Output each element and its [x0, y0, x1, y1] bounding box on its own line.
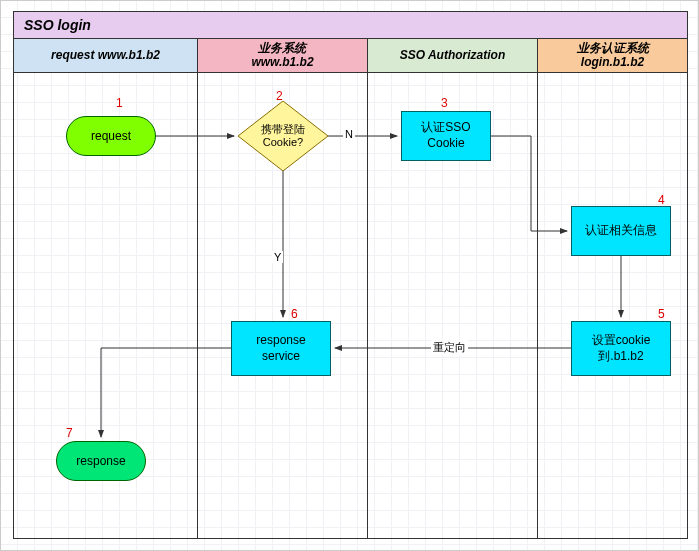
step-number: 6 — [291, 307, 298, 321]
lane-auth-system: 业务认证系统 login.b1.b2 — [538, 39, 688, 539]
lane-header: SSO Authorization — [368, 39, 537, 73]
node-response: response — [56, 441, 146, 481]
edge-label-n: N — [343, 128, 355, 140]
node-label: 携带登陆 Cookie? — [238, 101, 328, 171]
step-number: 1 — [116, 96, 123, 110]
node-auth-info: 认证相关信息 — [571, 206, 671, 256]
lane-header: 业务认证系统 login.b1.b2 — [538, 39, 687, 73]
step-number: 7 — [66, 426, 73, 440]
node-label: request — [91, 129, 131, 143]
node-set-cookie: 设置cookie 到.b1.b2 — [571, 321, 671, 376]
node-sso-cookie: 认证SSO Cookie — [401, 111, 491, 161]
step-number: 2 — [276, 89, 283, 103]
step-number: 5 — [658, 307, 665, 321]
step-number: 4 — [658, 193, 665, 207]
node-cookie-decision: 携带登陆 Cookie? — [238, 101, 328, 171]
lane-header: 业务系统 www.b1.b2 — [198, 39, 367, 73]
step-number: 3 — [441, 96, 448, 110]
node-label: 认证相关信息 — [585, 223, 657, 239]
edge-label-redirect: 重定向 — [431, 340, 468, 355]
node-response-service: response service — [231, 321, 331, 376]
node-label: 设置cookie 到.b1.b2 — [592, 333, 651, 364]
lane-header: request www.b1.b2 — [14, 39, 197, 73]
edge-label-y: Y — [272, 251, 283, 263]
node-label: response service — [256, 333, 305, 364]
node-label: 认证SSO Cookie — [421, 120, 470, 151]
node-request: request — [66, 116, 156, 156]
node-label: response — [76, 454, 125, 468]
diagram-title: SSO login — [13, 11, 688, 39]
